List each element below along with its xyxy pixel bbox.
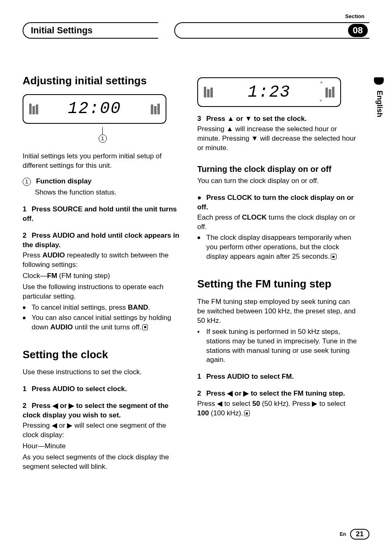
square-bullet-icon: ■ [23,303,32,313]
section-end-icon [244,410,250,416]
right-column: ⌃ 1:23 ⌄ 3Press ▲ or ▼ to set the clock.… [197,75,369,473]
bullet-step-clock: ●Press CLOCK to turn the clock display o… [197,193,357,212]
fm-note-bullet: • If seek tuning is performed in 50 kHz … [197,327,357,365]
section-number-badge: 08 [348,24,368,37]
step-2-body-3: Use the following instructions to operat… [23,283,182,301]
note-clock-disappears: ■ The clock display disappears temporari… [197,233,357,262]
footer-language: En [340,531,346,537]
section-pill: 08 [174,22,369,39]
chapter-title: Initial Settings [31,25,92,36]
clock-step-2-body: Pressing ◀ or ▶ will select one segment … [23,421,182,440]
up-arrow-icon: ⌃ [319,81,323,87]
fm-step-2-body: Press ◀ to select 50 (50 kHz). Press ▶ t… [197,399,357,418]
fm-step-2-text: Press ◀ or ▶ to select the FM tuning ste… [206,389,345,397]
footer-page-number: 21 [350,529,369,540]
fm-step-1-text: Press AUDIO to select FM. [206,373,294,380]
eq-icon-right [325,87,334,97]
circled-1-icon: 1 [23,178,31,186]
eq-icon-left [29,104,38,114]
heading-fm-tuning-step: Setting the FM tuning step [197,278,357,290]
clock-step-3-body: Pressing ▲ will increase the selected ho… [197,125,357,153]
clock-step-2-text: Press ◀ or ▶ to select the segment of th… [23,402,168,419]
callout-1: 1 [23,127,182,143]
section-end-icon [142,324,148,330]
clock-step-3: 3Press ▲ or ▼ to set the clock. [197,114,357,124]
lcd-illustration-clock: 12:00 [23,94,166,124]
fm-step-2: 2Press ◀ or ▶ to select the FM tuning st… [197,389,357,398]
function-display-title: Function display [36,177,92,185]
heading-adjusting-initial-settings: Adjusting initial settings [23,75,182,87]
clock-step-3-text: Press ▲ or ▼ to set the clock. [206,115,307,123]
page-header: Section Initial Settings 08 [23,13,369,38]
eq-icon-right [151,104,160,114]
side-tab-marker [374,77,384,85]
chapter-title-pill: Initial Settings [23,22,158,39]
lcd-time-123: ⌃ 1:23 ⌄ [248,83,291,102]
section-label: Section [345,13,364,19]
square-bullet-icon: ■ [23,313,32,332]
lcd-illustration-123: ⌃ 1:23 ⌄ [197,77,341,107]
eq-icon-left [204,87,213,97]
clock-step-1-text: Press AUDIO to select clock. [32,385,127,393]
fm-intro: The FM tuning step employed by seek tuni… [197,297,357,326]
clock-onoff-intro: You can turn the clock display on or off… [197,176,357,186]
function-display-desc: Shows the function status. [23,188,182,197]
lcd-time-1200: 12:00 [68,100,121,118]
left-column: Adjusting initial settings 12:00 1 Initi… [23,75,182,473]
step-2-body-1: Press AUDIO repeatedly to switch between… [23,251,182,270]
clock-step-2: 2Press ◀ or ▶ to select the segment of t… [23,401,182,420]
function-display-row: 1 Function display [23,177,182,186]
fm-step-1: 1Press AUDIO to select FM. [197,372,357,382]
step-2-audio: 2Press AUDIO and hold until clock appear… [23,231,182,250]
bullet-step-clock-text: Press CLOCK to turn the clock display on… [197,194,354,211]
step-1-text: Press SOURCE and hold until the unit tur… [23,205,177,222]
clock-step-2-seg: Hour—Minute [23,442,182,451]
language-side-tab: English [375,90,384,117]
fm-note-text: If seek tuning is performed in 50 kHz st… [206,327,357,365]
clock-step-2-note: As you select segments of the clock disp… [23,453,182,472]
section-end-icon [331,254,337,259]
bullet-cancel-audio: ■ You can also cancel initial settings b… [23,313,182,332]
clock-intro: Use these instructions to set the clock. [23,368,182,377]
heading-clock-display-onoff: Turning the clock display on or off [197,164,357,174]
round-bullet-icon: • [197,327,206,365]
callout-circle-1: 1 [99,134,107,143]
square-bullet-icon: ■ [197,233,206,262]
heading-setting-the-clock: Setting the clock [23,349,182,361]
bullet-step-clock-body: Each press of CLOCK turns the clock disp… [197,213,357,232]
step-1-source: 1Press SOURCE and hold until the unit tu… [23,205,182,224]
step-2-body-2: Clock—FM (FM tuning step) [23,271,182,281]
page-footer: En 21 [340,529,369,540]
step-2-text: Press AUDIO and hold until clock appears… [23,232,179,249]
intro-text: Initial settings lets you perform initia… [23,152,182,171]
chapter-bar: Initial Settings 08 [23,22,369,39]
bullet-cancel-band: ■ To cancel initial settings, press BAND… [23,303,182,313]
clock-step-1: 1Press AUDIO to select clock. [23,385,182,394]
down-arrow-icon: ⌄ [319,96,323,102]
